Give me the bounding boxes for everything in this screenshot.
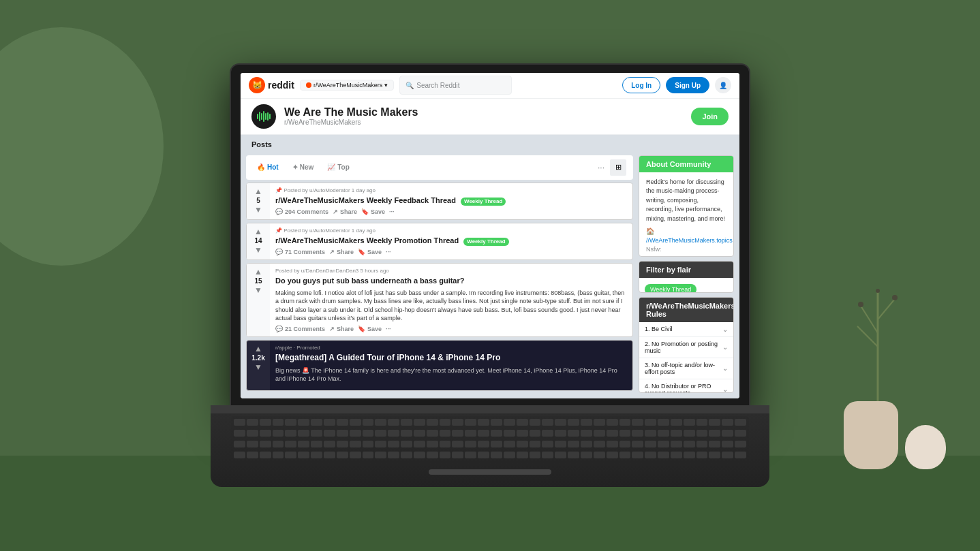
user-icon[interactable]: 👤 — [715, 77, 731, 93]
keyboard-key — [696, 430, 708, 437]
keyboard-key — [568, 441, 579, 447]
comments-button-bass[interactable]: 💬 21 Comments — [275, 326, 325, 332]
signup-button[interactable]: Sign Up — [666, 77, 709, 93]
keyboard-key — [363, 430, 374, 437]
post-content-iphone: Big news 🚨 The iPhone 14 family is here … — [275, 366, 627, 383]
flair-badge-feedback: Weekly Thread — [461, 198, 506, 206]
comments-button-feedback[interactable]: 💬 204 Comments — [275, 208, 328, 215]
keyboard-key — [363, 419, 374, 426]
about-community-header: About Community — [639, 156, 733, 172]
more-button-promotion[interactable]: ··· — [386, 249, 391, 255]
keyboard-key — [465, 430, 476, 437]
keyboard-key — [658, 452, 669, 458]
join-button[interactable]: Join — [691, 108, 729, 125]
comments-button-promotion[interactable]: 💬 71 Comments — [275, 249, 325, 255]
post-card-feedback: ▲ 5 ▼ 📌 Posted by u/AutoModerator 1 day … — [246, 183, 633, 220]
keyboard-key — [645, 441, 656, 447]
share-button-bass[interactable]: ↗ Share — [329, 326, 354, 332]
keyboard-key — [684, 419, 695, 426]
keyboard-key — [363, 441, 374, 447]
keyboard-key — [247, 441, 258, 447]
sort-bar: 🔥 Hot ✦ New 📈 Top — [246, 155, 633, 180]
post-actions-promotion: 💬 71 Comments ↗ Share 🔖 — [275, 249, 627, 255]
rule-item-1[interactable]: 1. Be Civil ⌄ — [639, 322, 733, 337]
sort-top-button[interactable]: 📈 Top — [323, 161, 354, 173]
keyboard-key — [375, 419, 386, 426]
keyboard-key — [298, 441, 309, 447]
vote-count-iphone: 1.2k — [251, 354, 264, 362]
post-title-bass[interactable]: Do you guys put sub bass underneath a ba… — [275, 276, 627, 285]
keyboard-key — [375, 441, 386, 447]
downvote-promotion[interactable]: ▼ — [254, 246, 262, 254]
keyboard-key — [658, 441, 669, 447]
subreddit-title: We Are The Music Makers — [284, 106, 683, 119]
keyboard-key — [478, 452, 489, 458]
post-title-iphone[interactable]: [Megathread] A Guided Tour of iPhone 14 … — [275, 353, 627, 364]
rule-item-3[interactable]: 3. No off-topic and/or low-effort posts … — [639, 358, 733, 379]
keyboard-key — [273, 452, 284, 458]
keyboard-key — [568, 419, 579, 426]
keyboard-key — [273, 430, 284, 437]
keyboard-key — [632, 419, 643, 426]
post-title-feedback[interactable]: r/WeAreTheMusicMakers Weekly Feedback Th… — [275, 195, 627, 206]
sort-hot-button[interactable]: 🔥 Hot — [253, 161, 283, 173]
keyboard-key — [632, 452, 643, 458]
share-button-feedback[interactable]: ↗ Share — [333, 208, 357, 215]
save-button-promotion[interactable]: 🔖 Save — [358, 249, 382, 255]
share-button-promotion[interactable]: ↗ Share — [329, 249, 354, 255]
upvote-iphone[interactable]: ▲ — [254, 345, 262, 353]
keyboard-key — [504, 441, 515, 447]
keyboard-key — [273, 419, 284, 426]
save-icon-feedback: 🔖 — [361, 208, 369, 215]
keyboard-key — [658, 430, 669, 437]
more-button-feedback[interactable]: ··· — [389, 208, 395, 215]
keyboard-key — [530, 419, 541, 426]
keyboard-key — [607, 430, 618, 437]
keyboard-key — [234, 452, 245, 458]
posts-label: Posts — [251, 140, 272, 148]
keyboard-key — [337, 419, 348, 426]
post-card-iphone: ▲ 1.2k ▼ r/apple · Promoted [Megathread]… — [246, 340, 633, 391]
search-bar[interactable]: 🔍 Search Reddit — [399, 76, 511, 95]
downvote-iphone[interactable]: ▼ — [254, 363, 262, 371]
downvote-feedback[interactable]: ▼ — [254, 206, 262, 214]
keyboard-key — [594, 441, 605, 447]
login-button[interactable]: Log In — [622, 77, 660, 93]
sort-more-button[interactable]: ··· — [598, 163, 604, 172]
soundwave-icon — [257, 111, 271, 122]
view-toggle-button[interactable]: ⊞ — [610, 159, 626, 176]
rule-item-4[interactable]: 4. No Distributor or PRO support request… — [639, 379, 733, 393]
post-title-promotion[interactable]: r/WeAreTheMusicMakers Weekly Promotion T… — [275, 236, 627, 246]
upvote-bass[interactable]: ▲ — [254, 268, 262, 276]
keyboard-key — [581, 441, 592, 447]
comments-icon-promotion: 💬 — [275, 249, 283, 255]
upvote-feedback[interactable]: ▲ — [254, 187, 262, 195]
keyboard-key — [440, 419, 451, 426]
about-link[interactable]: //WeAreTheMusicMakers.topics — [646, 237, 726, 244]
keyboard-key — [440, 430, 451, 437]
subreddit-handle: r/WeAreTheMusicMakers — [284, 119, 683, 126]
svg-point-6 — [876, 289, 880, 293]
keyboard-key — [555, 419, 566, 426]
sort-new-button[interactable]: ✦ New — [288, 161, 318, 173]
svg-line-1 — [861, 306, 878, 333]
svg-point-5 — [858, 302, 863, 307]
upvote-promotion[interactable]: ▲ — [254, 227, 262, 236]
rule-item-2[interactable]: 2. No Promotion or posting music ⌄ — [639, 337, 733, 358]
save-button-feedback[interactable]: 🔖 Save — [361, 208, 385, 215]
keyboard-key — [452, 430, 463, 437]
keyboard-key — [542, 452, 553, 458]
keyboard-key — [722, 452, 733, 458]
keyboard-key — [684, 441, 695, 447]
flair-tag-weekly[interactable]: Weekly Thread — [645, 284, 696, 292]
filter-flair-header: Filter by flair — [639, 262, 733, 278]
laptop-keyboard-base — [211, 405, 769, 487]
subreddit-pill[interactable]: r/WeAreTheMusicMakers ▾ — [300, 80, 394, 91]
keyboard-key — [388, 452, 399, 458]
more-button-bass[interactable]: ··· — [386, 326, 391, 332]
keyboard-key — [632, 441, 643, 447]
keyboard-key — [555, 441, 566, 447]
comments-icon-feedback: 💬 — [275, 208, 283, 215]
save-button-bass[interactable]: 🔖 Save — [358, 326, 382, 332]
downvote-bass[interactable]: ▼ — [254, 286, 262, 294]
